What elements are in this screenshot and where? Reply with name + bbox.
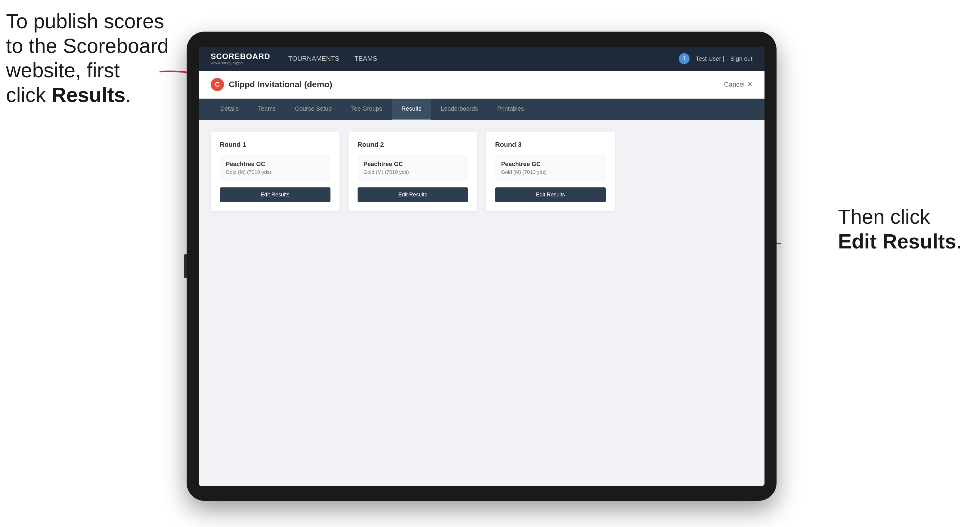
nav-tournaments[interactable]: TOURNAMENTS	[288, 55, 339, 63]
rounds-grid: Round 1 Peachtree GC Gold (M) (7010 yds)…	[211, 132, 752, 211]
nav-links: TOURNAMENTS TEAMS	[288, 55, 679, 63]
close-icon: ✕	[747, 81, 752, 89]
tab-printables[interactable]: Printables	[488, 98, 534, 120]
round-2-card: Round 2 Peachtree GC Gold (M) (7010 yds)…	[348, 132, 477, 211]
main-content: Round 1 Peachtree GC Gold (M) (7010 yds)…	[199, 120, 765, 486]
logo-sub: Powered by clippd	[211, 61, 270, 65]
logo-text: SCOREBOARD	[211, 52, 270, 60]
cancel-button[interactable]: Cancel ✕	[724, 81, 752, 89]
nav-right: T Test User | Sign out	[679, 53, 752, 64]
instruction-line2: to the Scoreboard	[6, 34, 169, 57]
instruction-results-bold: Results	[51, 83, 126, 106]
tab-tee-groups[interactable]: Tee Groups	[341, 98, 391, 120]
user-name: Test User |	[695, 56, 724, 62]
instruction-line1: To publish scores	[6, 10, 164, 32]
user-avatar: T	[679, 53, 690, 64]
logo-area: SCOREBOARD Powered by clippd	[211, 52, 270, 65]
instruction-right-suffix: .	[956, 230, 962, 253]
instruction-line4-prefix: click	[6, 83, 51, 106]
round-3-course-card: Peachtree GC Gold (M) (7010 yds)	[495, 155, 606, 181]
round-1-course-name: Peachtree GC	[226, 160, 325, 168]
instruction-then-click: Then click	[838, 205, 930, 228]
round-3-course-name: Peachtree GC	[501, 160, 600, 168]
clippd-logo: C	[211, 78, 224, 91]
top-nav: SCOREBOARD Powered by clippd TOURNAMENTS…	[199, 47, 765, 71]
instruction-line4-suffix: .	[126, 83, 131, 106]
tournament-header: C Clippd Invitational (demo) Cancel ✕	[199, 71, 765, 98]
tab-details[interactable]: Details	[211, 98, 248, 120]
instruction-line3: website, first	[6, 59, 120, 81]
round-1-course-info: Gold (M) (7010 yds)	[226, 169, 325, 175]
round-1-card: Round 1 Peachtree GC Gold (M) (7010 yds)…	[211, 132, 339, 211]
tab-teams[interactable]: Teams	[248, 98, 285, 120]
tab-navigation: Details Teams Course Setup Tee Groups Re…	[199, 98, 765, 120]
nav-teams[interactable]: TEAMS	[354, 55, 377, 63]
round-1-title: Round 1	[220, 141, 331, 149]
tab-leaderboards[interactable]: Leaderboards	[431, 98, 487, 120]
tournament-name: Clippd Invitational (demo)	[229, 80, 332, 89]
round-2-title: Round 2	[358, 141, 468, 149]
sign-out-link[interactable]: Sign out	[730, 56, 752, 62]
round-1-edit-results-button[interactable]: Edit Results	[220, 187, 331, 202]
round-1-course-card: Peachtree GC Gold (M) (7010 yds)	[220, 155, 331, 181]
instruction-edit-results-bold: Edit Results	[838, 230, 956, 253]
round-3-edit-results-button[interactable]: Edit Results	[495, 187, 606, 202]
tablet-side-button	[184, 254, 187, 278]
instruction-left: To publish scores to the Scoreboard webs…	[6, 9, 169, 107]
round-3-title: Round 3	[495, 141, 606, 149]
tab-course-setup[interactable]: Course Setup	[285, 98, 341, 120]
round-3-card: Round 3 Peachtree GC Gold (M) (7010 yds)…	[486, 132, 615, 211]
empty-column	[624, 132, 753, 211]
instruction-right: Then click Edit Results.	[838, 205, 962, 254]
tablet-device: SCOREBOARD Powered by clippd TOURNAMENTS…	[187, 32, 776, 501]
tournament-title: C Clippd Invitational (demo)	[211, 78, 332, 91]
round-2-course-card: Peachtree GC Gold (M) (7010 yds)	[358, 155, 468, 181]
round-2-edit-results-button[interactable]: Edit Results	[358, 187, 468, 202]
round-3-course-info: Gold (M) (7010 yds)	[501, 169, 600, 175]
tablet-screen: SCOREBOARD Powered by clippd TOURNAMENTS…	[199, 47, 765, 486]
round-2-course-name: Peachtree GC	[364, 160, 462, 168]
tab-results[interactable]: Results	[392, 98, 431, 120]
round-2-course-info: Gold (M) (7010 yds)	[364, 169, 462, 175]
cancel-label: Cancel	[724, 81, 745, 89]
